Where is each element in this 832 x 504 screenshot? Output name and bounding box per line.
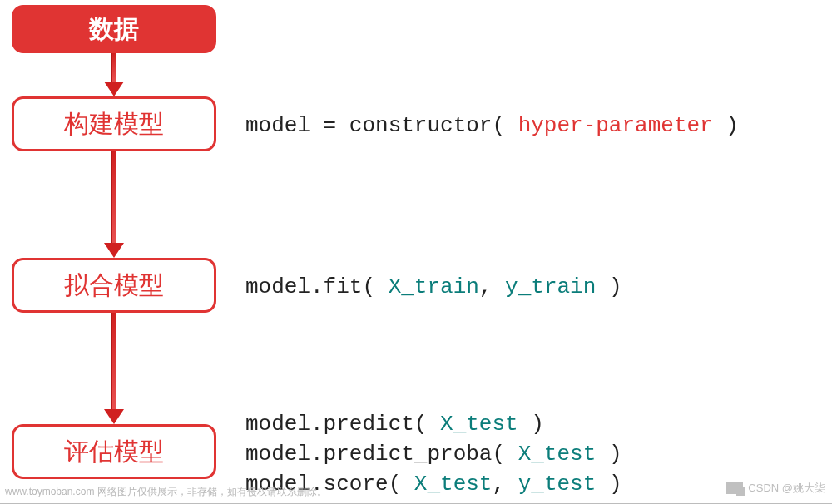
- code-text: ,: [479, 274, 505, 299]
- step-label: 拟合模型: [64, 269, 164, 303]
- code-constructor: model = constructor( hyper-parameter ): [245, 113, 739, 138]
- watermark-right: CSDN @姚大柒: [726, 481, 825, 496]
- data-start-box: 数据: [12, 5, 216, 53]
- code-text: ): [596, 442, 622, 467]
- code-param: X_train: [389, 274, 479, 299]
- code-text: model.predict(: [245, 412, 440, 437]
- arrow-icon: [110, 151, 118, 258]
- fit-model-box: 拟合模型: [12, 258, 216, 313]
- code-param: y_test: [518, 472, 597, 497]
- code-text: ): [518, 412, 544, 437]
- arrow-icon: [110, 313, 118, 424]
- code-text: ): [596, 274, 622, 299]
- code-text: ): [713, 113, 739, 138]
- watermark-icon: [726, 482, 743, 494]
- evaluate-model-box: 评估模型: [12, 424, 216, 479]
- code-param: hyper-parameter: [518, 113, 713, 138]
- code-text: model = constructor(: [245, 113, 518, 138]
- step-label: 构建模型: [64, 107, 164, 141]
- watermark-text: CSDN @姚大柒: [748, 481, 825, 496]
- code-text: ,: [492, 472, 518, 497]
- code-line: model.predict( X_test ): [245, 409, 622, 439]
- code-param: y_train: [505, 274, 596, 299]
- watermark-left: www.toymoban.com 网络图片仅供展示，非存储，如有侵权请联系删除。: [5, 485, 327, 499]
- code-fit: model.fit( X_train, y_train ): [245, 274, 622, 299]
- code-line: model.predict_proba( X_test ): [245, 439, 622, 469]
- code-text: model.fit(: [245, 274, 389, 299]
- code-text: model.predict_proba(: [245, 442, 518, 467]
- step-label: 评估模型: [64, 435, 164, 469]
- build-model-box: 构建模型: [12, 96, 216, 151]
- data-label: 数据: [89, 12, 139, 47]
- code-param: X_test: [518, 442, 597, 467]
- arrow-icon: [110, 53, 118, 96]
- code-param: X_test: [414, 472, 493, 497]
- code-param: X_test: [440, 412, 518, 437]
- code-text: ): [596, 472, 622, 497]
